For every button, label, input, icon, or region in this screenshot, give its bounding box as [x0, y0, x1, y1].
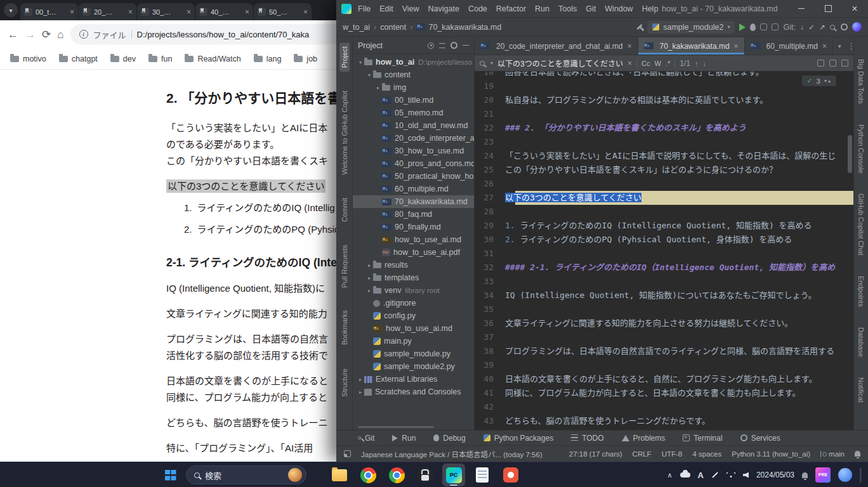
tool-window-button[interactable]: Endpoints: [856, 272, 866, 311]
regex-toggle[interactable]: .*: [666, 60, 670, 67]
tool-window-button[interactable]: Pull Requests: [339, 241, 350, 292]
tree-item[interactable]: 30_how_to_use.md: [353, 145, 474, 157]
bookmark-folder[interactable]: lang: [254, 55, 282, 63]
bookmark-folder[interactable]: Read/Watch: [185, 55, 240, 63]
tool-window-button[interactable]: Notificat: [856, 373, 866, 406]
run-configuration-select[interactable]: sample_module2 ▾: [647, 21, 735, 34]
onedrive-icon[interactable]: [680, 472, 690, 477]
tree-item[interactable]: config.py: [353, 309, 474, 322]
back-icon[interactable]: ←: [8, 29, 18, 40]
taskbar-app-button[interactable]: [414, 464, 437, 486]
search-everywhere-icon[interactable]: [830, 25, 835, 30]
git-branch-widget[interactable]: main: [820, 450, 845, 458]
close-tab-icon[interactable]: ×: [187, 8, 191, 16]
profiler-icon[interactable]: [772, 23, 779, 30]
menu-item[interactable]: Refactor: [496, 4, 526, 13]
encoding-indicator[interactable]: UTF-8: [662, 450, 683, 458]
close-tab-icon[interactable]: ×: [734, 42, 739, 51]
tool-window-button[interactable]: Run: [392, 434, 416, 443]
tree-expand-icon[interactable]: [357, 60, 364, 65]
menu-item[interactable]: Help: [642, 4, 659, 13]
tool-window-button[interactable]: Terminal: [683, 434, 722, 443]
browser-tab[interactable]: 50_… ×: [254, 3, 312, 20]
editor-body[interactable]: 18回答を日本語で読みたいときは、「日本語に翻訳して」と依頼します。 19 20…: [475, 72, 853, 430]
breadcrumb-item[interactable]: 70_kakawarikata.md ›: [416, 23, 501, 32]
tree-item[interactable]: content: [353, 68, 474, 81]
home-icon[interactable]: ⌂: [57, 29, 63, 40]
menu-item[interactable]: Edit: [379, 4, 393, 13]
pen-icon[interactable]: [712, 472, 718, 478]
taskbar-app-button[interactable]: [471, 464, 494, 486]
browser-tab[interactable]: 40_… ×: [195, 3, 253, 20]
debug-button[interactable]: [750, 23, 756, 31]
tree-item[interactable]: img: [353, 81, 474, 94]
menu-item[interactable]: View: [402, 4, 419, 13]
minimize-button[interactable]: [788, 0, 815, 17]
run-button[interactable]: [739, 23, 746, 31]
close-tab-icon[interactable]: ×: [70, 8, 74, 16]
coverage-icon[interactable]: [760, 23, 767, 30]
tree-item[interactable]: 10_old_and_new.md: [353, 119, 474, 132]
tool-window-button[interactable]: Git: [358, 434, 374, 443]
breadcrumb-item[interactable]: content ›: [380, 23, 416, 32]
tree-item[interactable]: Scratches and Consoles: [353, 386, 474, 398]
taskbar-search[interactable]: 検索: [186, 465, 306, 484]
tree-expand-icon[interactable]: [357, 377, 364, 382]
taskbar-date[interactable]: 2024/05/03: [756, 471, 794, 479]
volume-icon[interactable]: [743, 472, 749, 478]
tree-expand-icon[interactable]: [365, 275, 373, 281]
menu-item[interactable]: Navigate: [428, 4, 459, 13]
menu-item[interactable]: Code: [468, 4, 487, 13]
tool-window-button[interactable]: Project: [339, 42, 350, 72]
show-desktop-strip[interactable]: [860, 467, 862, 483]
tree-item[interactable]: main.py: [353, 335, 474, 347]
whole-words-toggle[interactable]: W: [654, 60, 661, 67]
tree-item[interactable]: how_to_use_ai.pdf: [353, 246, 474, 259]
hidden-icons-chevron[interactable]: ∧: [667, 471, 672, 479]
editor-scrollbar[interactable]: [848, 135, 852, 173]
git-push-icon[interactable]: ↗: [819, 23, 825, 32]
bookmark-folder[interactable]: dev: [110, 55, 136, 63]
tree-item[interactable]: templates: [353, 271, 474, 284]
tree-expand-icon[interactable]: [365, 72, 373, 78]
menu-item[interactable]: File: [358, 4, 371, 13]
tool-window-button[interactable]: Big Data Tools: [856, 55, 866, 108]
network-icon[interactable]: [727, 472, 735, 477]
tree-expand-icon[interactable]: [357, 389, 364, 395]
tree-expand-icon[interactable]: [365, 288, 373, 294]
tree-item[interactable]: .gitignore: [353, 297, 474, 309]
tree-item[interactable]: venv library root: [353, 284, 474, 297]
git-update-icon[interactable]: ↓: [800, 23, 804, 32]
taskbar-app-button[interactable]: [385, 464, 408, 486]
editor-tab[interactable]: 70_kakawarikata.md ×: [638, 37, 745, 55]
bookmark-folder[interactable]: fun: [148, 55, 172, 63]
tree-item[interactable]: sample_module.py: [353, 347, 474, 360]
status-message[interactable]: Japanese Language Pack / 日本語言語パ... (toda…: [361, 449, 542, 459]
tool-window-button[interactable]: GitHub Copilot Chat: [856, 190, 866, 259]
hide-panel-icon[interactable]: [463, 45, 469, 46]
close-tab-icon[interactable]: ×: [245, 8, 249, 16]
match-case-toggle[interactable]: Cc: [641, 60, 650, 67]
settings-gear-icon[interactable]: [841, 23, 848, 30]
tree-expand-icon[interactable]: [365, 263, 373, 268]
reload-icon[interactable]: ⟳: [42, 29, 51, 40]
previous-occurrence-icon[interactable]: ↑: [695, 60, 699, 67]
git-commit-icon[interactable]: ✓: [808, 23, 815, 32]
tool-window-button[interactable]: Welcome to GitHub Copilot: [339, 87, 350, 178]
tree-item[interactable]: External Libraries: [353, 373, 474, 386]
inspection-chevrons-icon[interactable]: ▾▴: [824, 78, 832, 84]
tree-item[interactable]: how_to_use_ai.md: [353, 233, 474, 246]
tool-window-button[interactable]: Python Packages: [483, 434, 553, 443]
tree-expand-icon[interactable]: [374, 85, 382, 91]
next-occurrence-icon[interactable]: ↓: [702, 60, 706, 67]
close-button[interactable]: [841, 0, 868, 17]
tab-list-chevron-icon[interactable]: ▾: [838, 43, 841, 49]
bookmark-folder[interactable]: job: [294, 55, 317, 63]
tree-item[interactable]: results: [353, 259, 474, 271]
tool-window-button[interactable]: Problems: [622, 434, 666, 443]
forward-icon[interactable]: →: [25, 29, 36, 40]
menu-item[interactable]: Git: [586, 4, 596, 13]
tool-window-button[interactable]: Database: [856, 323, 866, 361]
menu-item[interactable]: Window: [605, 4, 633, 13]
search-options-icon[interactable]: [841, 60, 848, 67]
